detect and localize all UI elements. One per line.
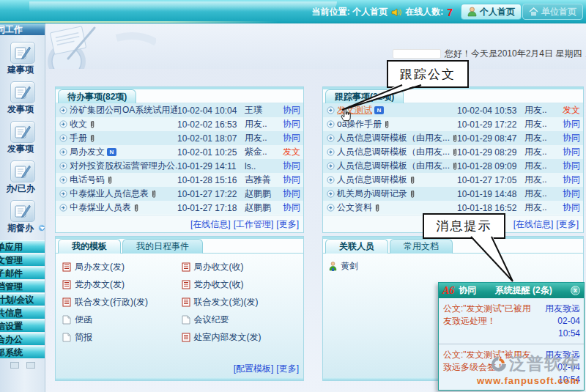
doc-lined-icon [182, 297, 190, 307]
table-row: 人员信息调研模板（由用友...10-01-29 08:47用友..协同 [323, 131, 583, 145]
item-action-link[interactable]: 协同 [283, 202, 300, 212]
tab-我的日程事件[interactable]: 我的日程事件 [122, 239, 203, 254]
template-item[interactable]: 党办收文(收) [182, 279, 301, 289]
item-title-link[interactable]: 收文 [70, 118, 87, 130]
panel-bottom-bar [56, 377, 303, 380]
breadcrumb: 当前位置: 个人首页 [312, 6, 387, 18]
personal-home-button[interactable]: 个人首页 [461, 4, 522, 20]
fanpu-logo-icon [490, 355, 508, 373]
item-title-link[interactable]: 机关局办调研记录 [337, 188, 407, 200]
table-row: 对外投资股权运营管理办公...10-01-29 14:11ls..协同 [56, 159, 303, 173]
row-title-cell: 机关局办调研记录 [327, 188, 457, 200]
item-action-cell: 发文 [558, 104, 580, 117]
tab-常用文档[interactable]: 常用文档 [390, 239, 453, 254]
item-action-link[interactable]: 协同 [283, 105, 300, 115]
footer-link[interactable]: [配置模板] [234, 363, 274, 374]
attachment-icon [409, 176, 415, 185]
item-title-link[interactable]: 人员信息调研模板（由用友... [337, 146, 450, 158]
item-action-link[interactable]: 协同 [563, 174, 580, 185]
footer-link[interactable]: [在线信息] [190, 219, 231, 229]
close-icon[interactable]: x [571, 286, 580, 295]
supervise-icon [10, 200, 35, 222]
footer-link[interactable]: [更多] [276, 363, 299, 374]
hand-cursor-icon [341, 108, 352, 125]
footer-link[interactable]: [在线信息] [513, 219, 554, 229]
greeting-line: 您好！今天是2010年2月4日 星期四 立春 [393, 48, 586, 60]
item-action-link[interactable]: 协同 [283, 119, 300, 129]
tab-关联人员[interactable]: 关联人员 [325, 239, 388, 254]
template-item[interactable]: 局办收文(收) [182, 262, 301, 272]
sidebar-menu-共信息[interactable]: 共信息 [0, 306, 45, 319]
template-item[interactable]: 党办发文(发) [62, 279, 182, 289]
sidebar-item-1[interactable]: 建事项 [0, 42, 45, 75]
template-item[interactable]: 局办发文(发) [62, 262, 182, 272]
item-title-link[interactable]: 人员信息调研模板 [337, 174, 407, 186]
template-item[interactable]: 联合发文(行政)(发) [62, 297, 182, 307]
tab-我的模板[interactable]: 我的模板 [58, 239, 121, 254]
footer-link[interactable]: [更多] [556, 219, 579, 229]
template-item[interactable]: 会议纪要 [182, 314, 301, 325]
item-action-link[interactable]: 发文 [283, 147, 300, 157]
item-title-link[interactable]: 人员信息调研模板（由用友... [337, 132, 450, 144]
unit-home-button[interactable]: 单位首页 [522, 4, 583, 20]
system-alert-popup: A6 协同 系统提醒 (2条) x 公文:"发文测试"已被用友致远处理！用友致远… [438, 282, 585, 391]
sidebar-item-3[interactable]: 发事项 [0, 121, 45, 154]
item-action-link[interactable]: 协同 [563, 202, 580, 212]
item-action-link[interactable]: 协同 [563, 188, 580, 199]
scroll-indicator-icon[interactable] [38, 224, 45, 232]
item-title-link[interactable]: 电话号码 [70, 174, 105, 186]
sidebar-header-collaboration[interactable]: 同工作 [0, 23, 45, 35]
footer-link[interactable]: [更多] [276, 219, 299, 229]
sidebar-menu-信设置[interactable]: 信设置 [0, 319, 45, 332]
sidebar-menu-单应用[interactable]: 单应用 [0, 240, 45, 253]
sidebar-menu-文管理[interactable]: 文管理 [0, 254, 45, 266]
item-title-link[interactable]: 手册 [70, 132, 87, 144]
item-title-link[interactable]: 汾矿集团公司OA系统试用通知 [70, 104, 177, 117]
item-action-link[interactable]: 发文 [563, 105, 580, 115]
sidebar-menu-子邮件[interactable]: 子邮件 [0, 267, 45, 279]
doc-lined-icon [182, 280, 190, 289]
table-row: 人员信息调研模板（由用友...10-01-28 09:09用友..协同 [323, 159, 583, 173]
item-title-link[interactable]: 中泰煤业人员信息表 [70, 188, 149, 200]
item-action-link[interactable]: 协同 [283, 174, 300, 185]
item-action-link[interactable]: 协同 [283, 188, 300, 199]
sidebar-item-5[interactable]: 期督办 [0, 200, 45, 233]
related-person-item[interactable]: 黄剑 [323, 254, 583, 273]
item-title-link[interactable]: 人员信息调研模板（由用友... [337, 160, 450, 172]
table-row: 手册10-02-01 18:07用友..协同 [56, 131, 303, 145]
table-row: 人员信息调研模板（由用友...10-01-29 08:29用友..协同 [323, 145, 583, 159]
sidebar-menu-label: 合办公 [0, 333, 23, 345]
sidebar-menu-label: 部系统 [0, 347, 23, 358]
template-item[interactable]: 便函 [62, 314, 182, 325]
item-action-link[interactable]: 协同 [563, 160, 580, 171]
template-item[interactable]: 联合发文(党)(发) [182, 297, 301, 307]
item-bullet-icon [327, 134, 335, 142]
item-title-link[interactable]: 局办发文 [70, 146, 105, 158]
attachment-icon [384, 120, 390, 129]
alert-message-meta: 用友致远02-04 10:54 [535, 303, 580, 340]
row-title-cell: 中泰煤业人员表 [59, 201, 177, 214]
template-item[interactable]: 简报 [62, 332, 182, 342]
item-bullet-icon [327, 204, 335, 212]
sidebar-item-2[interactable]: 发事项 [0, 81, 45, 114]
item-action-link[interactable]: 协同 [563, 133, 580, 143]
new-badge-icon: N [107, 148, 116, 156]
sidebar-item-4[interactable]: 办/已办 [0, 160, 45, 193]
item-action-link[interactable]: 协同 [283, 133, 300, 143]
sidebar-menu-计划/会议[interactable]: 计划/会议 [0, 293, 45, 306]
item-bullet-icon [59, 190, 67, 198]
template-item[interactable]: 处室内部发文(发) [182, 332, 301, 342]
topbar-accent-line [0, 21, 278, 23]
sidebar-menu-档管理[interactable]: 档管理 [0, 280, 45, 292]
sidebar-menu-部系统[interactable]: 部系统 [0, 346, 45, 358]
item-action-link[interactable]: 协同 [563, 119, 580, 129]
item-action-link[interactable]: 协同 [563, 147, 580, 157]
footer-link[interactable]: [工作管理] [234, 219, 274, 229]
alert-sender-link[interactable]: 用友致远 [545, 303, 580, 314]
item-action-link[interactable]: 协同 [283, 160, 300, 171]
item-title-link[interactable]: 公文资料 [337, 201, 372, 214]
item-date: 10-01-29 17:22 [457, 119, 524, 130]
sidebar-menu-合办公[interactable]: 合办公 [0, 333, 45, 345]
item-title-link[interactable]: 对外投资股权运营管理办公... [70, 160, 177, 172]
item-title-link[interactable]: 中泰煤业人员表 [70, 201, 131, 214]
